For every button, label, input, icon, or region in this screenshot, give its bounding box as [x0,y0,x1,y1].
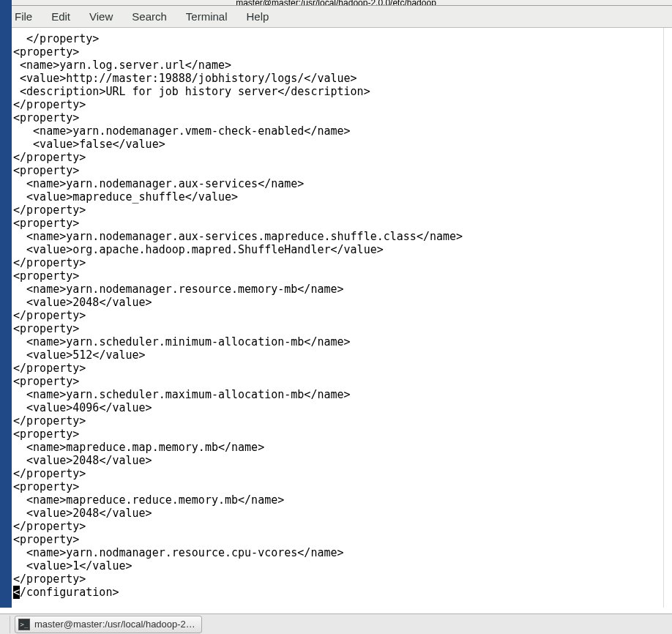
cursor-icon: < [13,586,20,599]
menu-help[interactable]: Help [247,10,269,23]
menu-file[interactable]: File [15,10,32,23]
terminal-viewport[interactable]: </property> <property> <name>yarn.log.se… [12,31,672,608]
menu-terminal[interactable]: Terminal [186,10,228,23]
left-edge-stripe [0,0,12,608]
menubar: File Edit View Search Terminal Help [0,6,672,28]
scrollbar-icon[interactable] [663,28,672,608]
taskbar-item-label: master@master:/usr/local/hadoop-2… [34,619,195,630]
terminal-content[interactable]: </property> <property> <name>yarn.log.se… [12,31,672,599]
taskbar-handle-icon[interactable] [3,616,10,633]
menu-view[interactable]: View [89,10,113,23]
taskbar-item-terminal[interactable]: >_ master@master:/usr/local/hadoop-2… [15,616,202,633]
terminal-icon: >_ [18,619,30,630]
menu-edit[interactable]: Edit [51,10,70,23]
terminal-window: master@master:/usr/local/hadoop-2.0.0/et… [0,0,672,634]
window-title: master@master:/usr/local/hadoop-2.0.0/et… [236,0,436,6]
taskbar: >_ master@master:/usr/local/hadoop-2… [0,614,672,634]
menu-search[interactable]: Search [132,10,167,23]
window-titlebar[interactable]: master@master:/usr/local/hadoop-2.0.0/et… [0,0,672,6]
